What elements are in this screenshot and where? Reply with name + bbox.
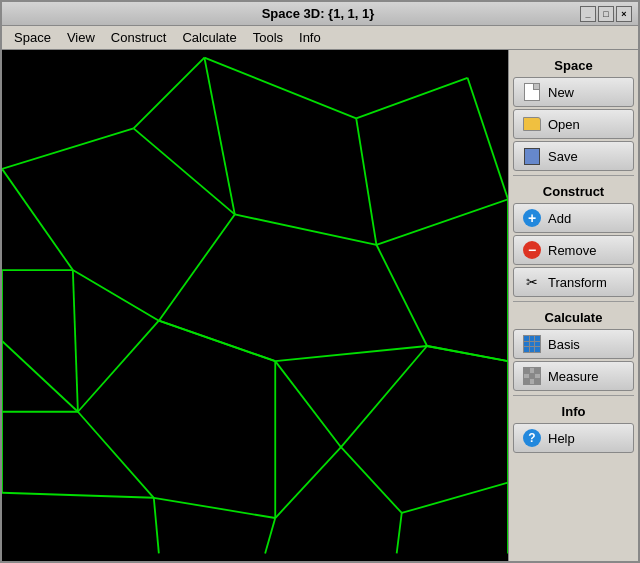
svg-line-28 <box>341 447 402 513</box>
measure-button[interactable]: Measure <box>513 361 634 391</box>
new-icon <box>522 82 542 102</box>
right-panel: Space New Open Save Co <box>508 50 638 561</box>
basis-button[interactable]: Basis <box>513 329 634 359</box>
svg-line-25 <box>78 412 154 498</box>
svg-line-24 <box>427 346 508 361</box>
transform-button[interactable]: ✂ Transform <box>513 267 634 297</box>
svg-line-2 <box>134 58 205 129</box>
remove-label: Remove <box>548 243 596 258</box>
svg-line-34 <box>265 518 275 553</box>
transform-icon: ✂ <box>522 272 542 292</box>
svg-line-6 <box>356 118 376 245</box>
divider-2 <box>513 301 634 302</box>
close-button[interactable]: × <box>616 6 632 22</box>
svg-line-20 <box>2 341 78 412</box>
help-icon: ? <box>522 428 542 448</box>
calculate-section-label: Calculate <box>513 306 634 327</box>
svg-line-40 <box>159 321 275 361</box>
svg-line-27 <box>275 447 341 518</box>
menu-item-info[interactable]: Info <box>291 28 329 47</box>
svg-line-5 <box>204 58 234 215</box>
svg-line-23 <box>341 346 427 447</box>
svg-line-17 <box>275 346 427 361</box>
add-icon: + <box>522 208 542 228</box>
add-label: Add <box>548 211 571 226</box>
window-title: Space 3D: {1, 1, 1} <box>56 6 580 21</box>
construct-section-label: Construct <box>513 180 634 201</box>
help-button[interactable]: ? Help <box>513 423 634 453</box>
3d-canvas <box>2 50 508 561</box>
menu-item-construct[interactable]: Construct <box>103 28 175 47</box>
svg-line-3 <box>2 128 134 168</box>
svg-line-0 <box>204 58 356 119</box>
svg-line-1 <box>356 78 467 118</box>
open-icon <box>522 114 542 134</box>
help-label: Help <box>548 431 575 446</box>
menu-bar: Space View Construct Calculate Tools Inf… <box>2 26 638 50</box>
svg-line-32 <box>2 493 154 498</box>
save-button[interactable]: Save <box>513 141 634 171</box>
title-bar: Space 3D: {1, 1, 1} _ □ × <box>2 2 638 26</box>
svg-line-12 <box>73 270 159 321</box>
new-label: New <box>548 85 574 100</box>
svg-line-33 <box>154 498 159 554</box>
menu-item-calculate[interactable]: Calculate <box>174 28 244 47</box>
transform-label: Transform <box>548 275 607 290</box>
basis-icon <box>522 334 542 354</box>
new-button[interactable]: New <box>513 77 634 107</box>
divider-3 <box>513 395 634 396</box>
svg-line-11 <box>2 169 73 270</box>
svg-line-7 <box>468 78 508 199</box>
add-button[interactable]: + Add <box>513 203 634 233</box>
basis-label: Basis <box>548 337 580 352</box>
space-section-label: Space <box>513 54 634 75</box>
open-label: Open <box>548 117 580 132</box>
menu-item-view[interactable]: View <box>59 28 103 47</box>
window-controls: _ □ × <box>580 6 632 22</box>
measure-label: Measure <box>548 369 599 384</box>
svg-line-10 <box>159 214 235 320</box>
menu-item-space[interactable]: Space <box>6 28 59 47</box>
remove-icon: − <box>522 240 542 260</box>
svg-line-35 <box>397 513 402 553</box>
main-window: Space 3D: {1, 1, 1} _ □ × Space View Con… <box>0 0 640 563</box>
maximize-button[interactable]: □ <box>598 6 614 22</box>
open-button[interactable]: Open <box>513 109 634 139</box>
menu-item-tools[interactable]: Tools <box>245 28 291 47</box>
svg-line-29 <box>402 483 508 513</box>
svg-line-19 <box>73 270 78 412</box>
svg-line-22 <box>275 361 341 447</box>
save-label: Save <box>548 149 578 164</box>
svg-line-4 <box>134 128 235 214</box>
svg-line-26 <box>154 498 275 518</box>
remove-button[interactable]: − Remove <box>513 235 634 265</box>
measure-icon <box>522 366 542 386</box>
minimize-button[interactable]: _ <box>580 6 596 22</box>
divider-1 <box>513 175 634 176</box>
canvas-area[interactable] <box>2 50 508 561</box>
save-icon <box>522 146 542 166</box>
svg-line-8 <box>376 199 508 245</box>
svg-line-9 <box>235 214 377 244</box>
svg-line-13 <box>376 245 427 346</box>
info-section-label: Info <box>513 400 634 421</box>
svg-line-18 <box>78 321 159 412</box>
main-content: Space New Open Save Co <box>2 50 638 561</box>
